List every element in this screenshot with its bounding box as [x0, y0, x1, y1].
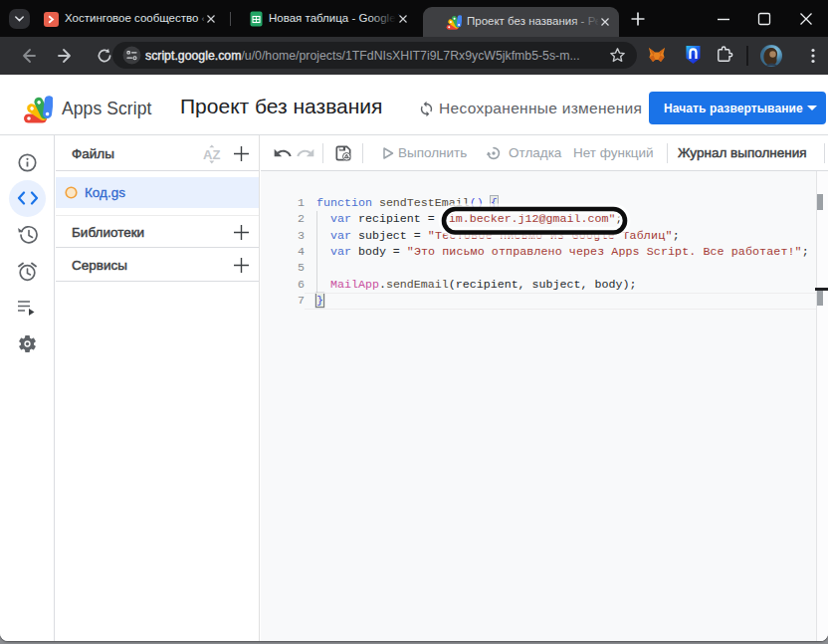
svg-text:AZ: AZ	[203, 147, 220, 162]
